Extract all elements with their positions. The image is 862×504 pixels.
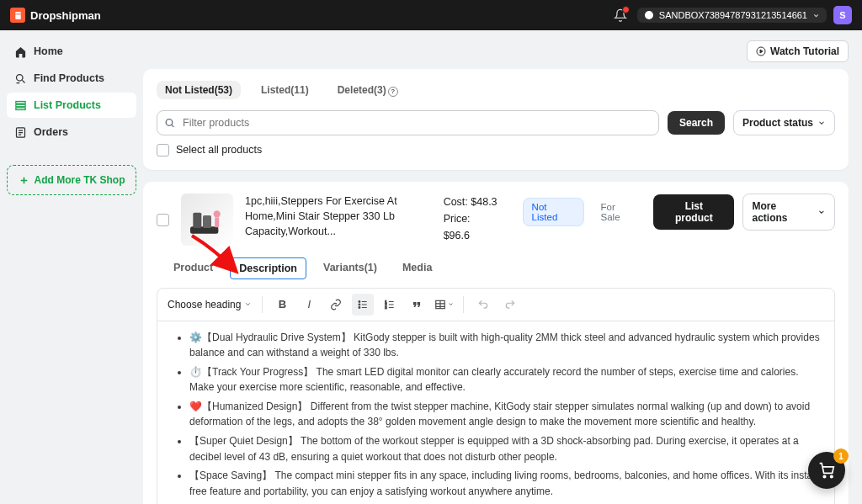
avatar[interactable]: S bbox=[833, 6, 852, 24]
bullet-list-button[interactable] bbox=[352, 294, 374, 316]
svg-point-15 bbox=[359, 306, 360, 308]
list-icon bbox=[13, 98, 27, 112]
bullet-item: ⏱️【Track Your Progress】 The smart LED di… bbox=[189, 364, 821, 395]
svg-point-11 bbox=[214, 210, 221, 217]
sidebar-label: List Products bbox=[34, 99, 101, 111]
sidebar: Home Find Products List Products Orders … bbox=[0, 30, 143, 504]
product-price: Price: $96.6 bbox=[444, 210, 499, 244]
sidebar-item-orders[interactable]: Orders bbox=[7, 119, 136, 145]
status-dropdown-label: Product status bbox=[742, 117, 813, 129]
search-button[interactable]: Search bbox=[668, 111, 725, 135]
chevron-down-icon bbox=[817, 208, 826, 216]
svg-point-25 bbox=[831, 475, 833, 478]
product-status-dropdown[interactable]: Product status bbox=[733, 110, 835, 135]
detail-tab-media[interactable]: Media bbox=[394, 257, 440, 279]
status-tabs: Not Listed(53) Listed(11) Deleted(3)? bbox=[157, 81, 835, 100]
tab-not-listed[interactable]: Not Listed(53) bbox=[157, 81, 241, 99]
detail-tabs: Product Description Variants(1) Media bbox=[165, 257, 835, 279]
product-thumb[interactable] bbox=[181, 194, 233, 246]
svg-point-1 bbox=[16, 74, 23, 81]
home-icon bbox=[13, 45, 27, 58]
add-shop-button[interactable]: Add More TK Shop bbox=[7, 165, 136, 195]
bullet-item: ❤️【Humanized Design】 Different from the … bbox=[189, 399, 821, 430]
chevron-down-icon bbox=[812, 12, 820, 19]
product-pricing: Cost: $48.3 Price: $96.6 bbox=[444, 194, 499, 244]
play-icon bbox=[756, 46, 766, 56]
tutorial-label: Watch Tutorial bbox=[770, 45, 839, 57]
search-box bbox=[157, 110, 659, 135]
more-actions-label: More actions bbox=[752, 200, 813, 224]
sidebar-label: Home bbox=[34, 45, 63, 57]
sidebar-item-home[interactable]: Home bbox=[7, 39, 136, 64]
detail-tab-product[interactable]: Product bbox=[165, 257, 221, 279]
heading-select[interactable]: Choose heading bbox=[166, 295, 253, 314]
product-cost: Cost: $48.3 bbox=[444, 194, 499, 210]
svg-point-14 bbox=[359, 304, 360, 305]
topbar: Dropshipman SANDBOX73894787931213514661 … bbox=[0, 0, 862, 30]
brand: Dropshipman bbox=[10, 8, 101, 23]
bullet-item: 【Space Saving】 The compact mini stepper … bbox=[189, 468, 821, 499]
more-actions-dropdown[interactable]: More actions bbox=[742, 194, 835, 231]
link-button[interactable] bbox=[325, 294, 347, 316]
help-icon[interactable]: ? bbox=[388, 87, 398, 97]
tab-deleted[interactable]: Deleted(3)? bbox=[329, 81, 407, 100]
sidebar-item-find-products[interactable]: Find Products bbox=[7, 66, 136, 91]
status-badge: Not Listed bbox=[523, 198, 584, 226]
numbered-list-button[interactable]: 123 bbox=[379, 294, 401, 316]
shop-selector[interactable]: SANDBOX73894787931213514661 bbox=[637, 8, 827, 23]
plus-icon bbox=[19, 175, 29, 186]
chevron-down-icon bbox=[448, 301, 454, 307]
notif-badge bbox=[622, 6, 630, 13]
quote-button[interactable] bbox=[406, 294, 428, 316]
svg-point-13 bbox=[359, 300, 360, 302]
svg-text:3: 3 bbox=[386, 305, 388, 309]
list-product-button[interactable]: List product bbox=[653, 194, 734, 230]
main: Watch Tutorial Not Listed(53) Listed(11)… bbox=[143, 30, 862, 504]
watch-tutorial-button[interactable]: Watch Tutorial bbox=[747, 40, 849, 62]
svg-rect-10 bbox=[203, 215, 211, 228]
svg-rect-9 bbox=[193, 212, 201, 227]
search-list-icon bbox=[13, 72, 27, 85]
filters-card: Not Listed(53) Listed(11) Deleted(3)? Se… bbox=[143, 69, 849, 170]
tab-listed[interactable]: Listed(11) bbox=[253, 81, 317, 99]
svg-point-0 bbox=[645, 11, 653, 19]
chevron-down-icon bbox=[817, 119, 826, 127]
editor-body[interactable]: ⚙️【Dual Hydraulic Drive System】 KitGody … bbox=[157, 321, 834, 505]
tab-deleted-label: Deleted(3) bbox=[338, 84, 386, 96]
add-shop-label: Add More TK Shop bbox=[35, 174, 125, 186]
svg-rect-2 bbox=[15, 101, 24, 103]
search-input[interactable] bbox=[157, 110, 659, 135]
product-title: 1pc,hiii,Steppers For Exercise At Home,M… bbox=[245, 194, 420, 239]
product-card: 1pc,hiii,Steppers For Exercise At Home,M… bbox=[143, 182, 849, 505]
select-all-checkbox[interactable] bbox=[157, 144, 169, 157]
detail-tab-description[interactable]: Description bbox=[230, 257, 306, 279]
notifications-button[interactable] bbox=[610, 5, 631, 25]
search-icon bbox=[164, 117, 175, 128]
svg-rect-3 bbox=[15, 104, 24, 107]
select-all-row: Select all products bbox=[157, 144, 835, 157]
italic-button[interactable]: I bbox=[298, 294, 320, 316]
select-all-label: Select all products bbox=[176, 144, 262, 156]
cart-fab[interactable]: 1 bbox=[808, 452, 845, 489]
brand-label: Dropshipman bbox=[30, 9, 101, 22]
heading-select-label: Choose heading bbox=[168, 299, 241, 310]
redo-button[interactable] bbox=[499, 294, 521, 316]
svg-point-7 bbox=[166, 119, 173, 125]
cart-badge: 1 bbox=[833, 448, 849, 464]
undo-button[interactable] bbox=[472, 294, 494, 316]
svg-point-24 bbox=[823, 475, 826, 478]
detail-tab-variants[interactable]: Variants(1) bbox=[315, 257, 386, 279]
product-checkbox[interactable] bbox=[157, 214, 169, 226]
svg-rect-4 bbox=[15, 108, 24, 110]
orders-icon bbox=[13, 125, 27, 139]
bullet-item: 【Super Quiet Design】 The bottom of the w… bbox=[189, 433, 821, 464]
brand-icon bbox=[10, 8, 25, 23]
sidebar-item-list-products[interactable]: List Products bbox=[7, 93, 136, 118]
bold-button[interactable]: B bbox=[271, 294, 293, 316]
sidebar-label: Find Products bbox=[34, 72, 104, 84]
cart-icon bbox=[818, 462, 835, 479]
table-button[interactable] bbox=[433, 294, 455, 316]
chevron-down-icon bbox=[244, 300, 252, 308]
sidebar-label: Orders bbox=[34, 126, 68, 138]
svg-rect-12 bbox=[215, 217, 219, 227]
